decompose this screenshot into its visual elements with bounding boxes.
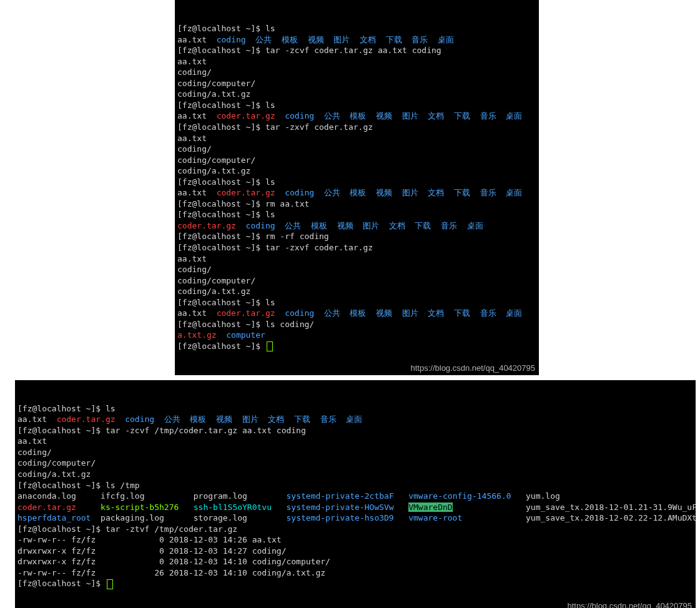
watermark: https://blog.csdn.net/qq_40420795	[411, 363, 536, 374]
terminal-2[interactable]: [fz@localhost ~]$ lsaa.txt coder.tar.gz …	[15, 380, 696, 608]
watermark: https://blog.csdn.net/qq_40420795	[568, 601, 693, 608]
terminal-1[interactable]: [fz@localhost ~]$ lsaa.txt coding 公共 模板 …	[175, 0, 539, 375]
terminal-2-content: [fz@localhost ~]$ lsaa.txt coder.tar.gz …	[17, 403, 693, 589]
terminal-1-content: [fz@localhost ~]$ lsaa.txt coding 公共 模板 …	[177, 23, 536, 351]
